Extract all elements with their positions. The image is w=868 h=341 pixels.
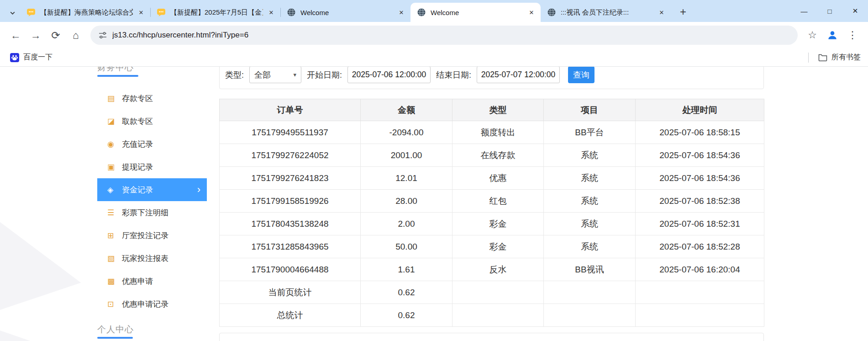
table-row: 17517992762240522001.00在线存款系统2025-07-06 … [220, 144, 764, 167]
pagination-box [219, 333, 764, 341]
report-icon: ▧ [107, 254, 122, 263]
table-cell: 系统 [544, 144, 636, 167]
all-bookmarks-button[interactable]: 所有书签 [808, 53, 861, 63]
forward-button[interactable]: → [26, 25, 46, 45]
sidebar-item-deposit-area[interactable]: ▤存款专区 [97, 87, 207, 110]
wallet-icon: ▣ [107, 162, 122, 172]
table-cell: 1.61 [361, 258, 452, 281]
tab-bar: 【新提醒】海燕策略论坛综合交✕【新提醒】2025年7月5日【金】✕Welcome… [0, 0, 868, 22]
tab-close-icon[interactable]: ✕ [136, 7, 147, 18]
table-cell: 当前页统计 [220, 281, 361, 304]
sidebar-item-hall-bet-records[interactable]: ⊞厅室投注记录 [97, 224, 207, 247]
tab-close-icon[interactable]: ✕ [396, 7, 407, 18]
table-header-cell: 金额 [361, 99, 452, 121]
bookmark-star-button[interactable]: ☆ [802, 25, 822, 45]
tab-search-button[interactable] [5, 4, 20, 22]
new-tab-button[interactable]: + [675, 4, 691, 20]
browser-tab[interactable]: Welcome✕ [410, 3, 541, 22]
sidebar-item-label: 厅室投注记录 [122, 230, 168, 241]
table-cell: 2025-07-06 18:52:31 [636, 213, 764, 235]
bookmark-baidu[interactable]: 百度一下 [7, 51, 55, 64]
sidebar-item-promo-apply-records[interactable]: ⊡优惠申请记录 [97, 293, 207, 315]
table-cell: -2094.00 [361, 121, 452, 144]
sidebar-item-label: 彩票下注明细 [122, 208, 168, 218]
web-page: 财务中心 ▤存款专区◪取款专区◉充值记录▣提现记录◈资金记录›☰彩票下注明细⊞厅… [0, 67, 868, 341]
sidebar-item-label: 资金记录 [122, 185, 153, 195]
type-select[interactable]: 全部 ▾ [249, 67, 301, 83]
profile-button[interactable] [822, 25, 842, 45]
records-table: 订单号金额类型项目处理时间 1751799495511937-2094.00额度… [219, 99, 764, 327]
browser-window: 【新提醒】海燕策略论坛综合交✕【新提醒】2025年7月5日【金】✕Welcome… [0, 0, 868, 341]
table-cell [544, 281, 636, 304]
sidebar-item-label: 优惠申请 [122, 276, 153, 287]
sidebar: 财务中心 ▤存款专区◪取款专区◉充值记录▣提现记录◈资金记录›☰彩票下注明细⊞厅… [97, 67, 207, 339]
coin-icon: ◉ [107, 139, 122, 149]
menu-button[interactable]: ⋮ [842, 25, 863, 45]
table-cell: 1751799158519926 [220, 190, 361, 213]
browser-tab[interactable]: :::视讯 会员下注纪录:::✕ [541, 3, 671, 22]
table-row: 当前页统计0.62 [220, 281, 764, 304]
main-content: 类型: 全部 ▾ 开始日期: 结束日期: 查询 订单号金额类型项目处理时间 17… [219, 67, 764, 341]
home-button[interactable]: ⌂ [66, 25, 86, 45]
sidebar-item-lottery-bet-detail[interactable]: ☰彩票下注明细 [97, 201, 207, 224]
query-button[interactable]: 查询 [568, 67, 594, 83]
chevron-right-icon: › [197, 185, 200, 195]
back-button[interactable]: ← [5, 25, 26, 45]
sidebar-item-promo-apply[interactable]: ▩优惠申请 [97, 270, 207, 293]
sidebar-section-personal: 个人中心 [97, 324, 207, 339]
close-button[interactable]: ✕ [842, 0, 868, 22]
table-cell: 总统计 [220, 304, 361, 327]
start-date-label: 开始日期: [307, 69, 342, 80]
tab-title: 【新提醒】海燕策略论坛综合交 [40, 8, 133, 17]
refresh-button[interactable]: ⟳ [46, 25, 66, 45]
section-underline [97, 75, 138, 77]
watermark-triangle [0, 211, 89, 330]
tab-close-icon[interactable]: ✕ [656, 7, 667, 18]
table-cell: 额度转出 [452, 121, 544, 144]
sidebar-item-withdraw-records[interactable]: ▣提现记录 [97, 155, 207, 178]
toolbar-right: ☆ ⋮ [802, 25, 863, 45]
gift-icon: ▩ [107, 277, 122, 286]
table-cell: 1751799276241823 [220, 167, 361, 190]
sidebar-item-withdraw-area[interactable]: ◪取款专区 [97, 110, 207, 133]
table-cell: 系统 [544, 167, 636, 190]
window-controls: — □ ✕ [791, 0, 868, 22]
end-date-input[interactable] [477, 67, 560, 83]
grid-icon: ⊞ [107, 231, 122, 240]
table-cell: 彩金 [452, 213, 544, 235]
table-cell [636, 304, 764, 327]
document-icon: ☰ [107, 208, 122, 218]
list-icon: ⊡ [107, 299, 122, 309]
browser-tab[interactable]: 【新提醒】海燕策略论坛综合交✕ [20, 3, 150, 22]
globe-icon [547, 8, 556, 17]
maximize-button[interactable]: □ [817, 0, 842, 22]
chevron-down-icon [9, 10, 16, 16]
table-cell: BB视讯 [544, 258, 636, 281]
minimize-button[interactable]: — [791, 0, 817, 22]
browser-tab[interactable]: 【新提醒】2025年7月5日【金】✕ [150, 3, 280, 22]
section-title: 财务中心 [97, 67, 207, 74]
divider [808, 53, 809, 63]
table-cell: 1751790004664488 [220, 258, 361, 281]
funds-icon: ◈ [107, 185, 122, 195]
sidebar-item-player-bet-report[interactable]: ▧玩家投注报表 [97, 247, 207, 270]
table-cell: 12.01 [361, 167, 452, 190]
tab-title: 【新提醒】2025年7月5日【金】 [170, 8, 263, 17]
back-icon: ← [11, 29, 21, 42]
folder-icon [818, 53, 827, 61]
sidebar-item-label: 存款专区 [122, 93, 153, 104]
table-cell: 50.00 [361, 235, 452, 258]
table-cell: 2001.00 [361, 144, 452, 167]
end-date-label: 结束日期: [436, 69, 471, 80]
start-date-input[interactable] [347, 67, 431, 83]
tab-close-icon[interactable]: ✕ [526, 7, 537, 18]
section-title: 个人中心 [97, 324, 207, 336]
filter-bar: 类型: 全部 ▾ 开始日期: 结束日期: 查询 [219, 67, 764, 89]
section-underline [97, 337, 133, 339]
sidebar-item-recharge-records[interactable]: ◉充值记录 [97, 133, 207, 155]
sidebar-item-fund-records[interactable]: ◈资金记录› [97, 178, 207, 201]
address-bar[interactable]: js13.cc/hhcp/usercenter.html?iniType=6 [90, 26, 798, 45]
browser-tab[interactable]: Welcome✕ [280, 3, 410, 22]
table-header-cell: 处理时间 [636, 99, 764, 121]
tab-close-icon[interactable]: ✕ [266, 7, 277, 18]
